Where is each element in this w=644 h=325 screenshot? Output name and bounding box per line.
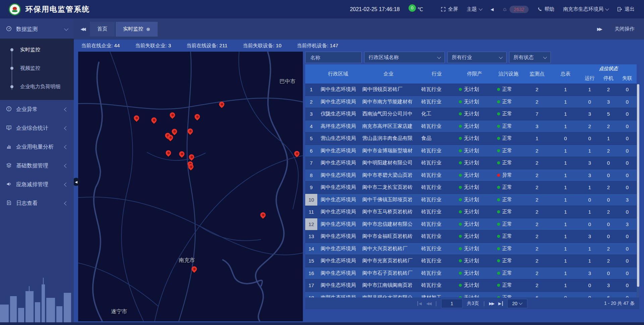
fullscreen-button[interactable]: 全屏 bbox=[441, 6, 458, 12]
help-button[interactable]: 帮助 bbox=[537, 6, 554, 12]
tabs-scroll-left-icon[interactable]: ◀◀ bbox=[80, 26, 85, 32]
page-size-select[interactable]: 20 bbox=[507, 299, 527, 308]
table-row[interactable]: 15阆中生态环境局阆中市光富页岩机砖厂砖瓦行业无计划正常21120 bbox=[305, 255, 637, 267]
chevron-down-icon bbox=[605, 7, 609, 10]
prev-page-button[interactable]: ◀◀ bbox=[426, 301, 431, 306]
stat-value: 3 bbox=[168, 43, 171, 48]
region-filter-select[interactable]: 行政区域名称 bbox=[364, 52, 445, 63]
theme-button[interactable]: 主题 bbox=[467, 6, 482, 12]
sidebar-item-emergency-reduction[interactable]: 应急减排管理 bbox=[0, 175, 74, 194]
cell-district: 南部生态环境局 bbox=[317, 294, 359, 297]
cell-pollution-facility: 正常 bbox=[494, 160, 523, 166]
table-row[interactable]: 13阆中生态环境局阆中市金福旺页岩机砖砖瓦行业无计划正常21300 bbox=[305, 230, 637, 243]
tab-close-icon[interactable]: ⊗ bbox=[146, 26, 150, 32]
table-row[interactable]: 16阆中生态环境局阆中市石子页岩机砖厂砖瓦行业无计划正常21300 bbox=[305, 267, 637, 280]
cell-monitor-points: 2 bbox=[523, 184, 551, 190]
row-number: 7 bbox=[305, 160, 317, 166]
column-header-index bbox=[305, 64, 317, 84]
region-filter-value: 行政区域名称 bbox=[369, 54, 399, 61]
cell-monitor-points: 1 bbox=[523, 136, 551, 141]
row-number: 16 bbox=[305, 270, 317, 276]
sidebar-item-enterprise-abnormal[interactable]: 企业异常 bbox=[0, 100, 74, 119]
cell-stopped: 6 bbox=[599, 295, 618, 297]
filter-bar: 行政区域名称 所有行业 所有状态 bbox=[305, 52, 639, 63]
table-row[interactable]: 14阆中生态环境局阆中大兴页岩机砖厂砖瓦行业无计划正常21120 bbox=[305, 243, 637, 255]
industry-filter-select[interactable]: 所有行业 bbox=[447, 52, 506, 63]
bottom-strip bbox=[0, 322, 644, 325]
row-number: 2 bbox=[305, 99, 317, 105]
table-row[interactable]: 5营山生态环境局营山县润丰肉食品有限食品无计划正常10010 bbox=[305, 132, 637, 145]
sidebar-item-video-monitor[interactable]: 视频监控 bbox=[0, 59, 74, 77]
first-page-button[interactable]: ◀ bbox=[417, 301, 422, 306]
sidebar-item-basic-data-management[interactable]: 基础数据管理 bbox=[0, 156, 74, 175]
org-menu[interactable]: 南充市生态环境局 bbox=[563, 6, 608, 12]
tab-home[interactable]: 首页 bbox=[90, 22, 115, 37]
green-dot-icon bbox=[459, 174, 462, 177]
green-dot-icon bbox=[497, 210, 500, 213]
cell-production-limit: 无计划 bbox=[455, 123, 494, 129]
cell-monitor-points: 2 bbox=[523, 282, 551, 288]
chevron-left-icon bbox=[64, 201, 68, 206]
cell-total-meters: 1 bbox=[551, 148, 580, 154]
cell-monitor-points: 2 bbox=[523, 172, 551, 178]
green-dot-icon bbox=[459, 88, 462, 91]
logout-button[interactable]: 退出 bbox=[617, 6, 635, 12]
cell-disconnected: 0 bbox=[618, 172, 637, 178]
stat-label: 当前失联设备 bbox=[243, 43, 276, 48]
sidebar-item-power-usage-analysis[interactable]: 企业用电量分析 bbox=[0, 138, 74, 156]
table-row[interactable]: 18南部生态环境局南部县砚化水泥有限公建材加工无计划正常60060 bbox=[305, 292, 637, 298]
stat-label: 当前在线企业 bbox=[81, 43, 114, 48]
notifications-button[interactable]: 2632 bbox=[502, 6, 529, 13]
mute-speaker-icon[interactable]: ◀ bbox=[491, 7, 494, 12]
row-number: 1 bbox=[305, 87, 317, 92]
table-row[interactable]: 2阆中生态环境局阆中市南方节能建材有砖瓦行业无计划正常21030 bbox=[305, 96, 637, 108]
cell-district: 阆中生态环境局 bbox=[317, 172, 359, 178]
logout-icon bbox=[617, 7, 622, 12]
cell-stopped: 0 bbox=[599, 221, 618, 227]
cell-district: 阆中生态环境局 bbox=[317, 160, 359, 166]
status-filter-select[interactable]: 所有状态 bbox=[509, 52, 551, 63]
app-logo-icon bbox=[9, 3, 21, 15]
table-row[interactable]: 9阆中生态环境局阆中市二龙长宝页岩砖砖瓦行业无计划正常21120 bbox=[305, 181, 637, 194]
tab-realtime-monitor[interactable]: 实时监控⊗ bbox=[116, 22, 158, 37]
cell-industry: 砖瓦行业 bbox=[418, 172, 455, 178]
scrollbar-thumb[interactable] bbox=[637, 84, 639, 287]
green-dot-icon bbox=[497, 259, 500, 262]
table-row[interactable]: 6阆中生态环境局阆中市金博瑞新型墙材砖瓦行业无计划正常21120 bbox=[305, 145, 637, 157]
last-page-button[interactable]: ▶ bbox=[498, 301, 503, 306]
cell-production-limit: 无计划 bbox=[455, 111, 494, 117]
tabs-scroll-right-icon[interactable]: ▶▶ bbox=[597, 26, 601, 32]
sidebar-item-realtime-monitor[interactable]: 实时监控 bbox=[0, 41, 74, 59]
cell-stopped: 5 bbox=[599, 111, 618, 117]
name-filter-input[interactable] bbox=[310, 54, 357, 61]
cell-district: 阆中生态环境局 bbox=[317, 233, 359, 239]
temperature-value: 0 bbox=[409, 4, 416, 12]
table-row[interactable]: 7阆中生态环境局阆中明阳建材有限公司砖瓦行业无计划正常21300 bbox=[305, 157, 637, 169]
cell-company: 西南油气田分公司川中 bbox=[359, 111, 418, 117]
table-row[interactable]: 12阆中生态环境局阆中市忠信建材有限公砖瓦行业无计划正常21003 bbox=[305, 218, 637, 231]
stat-item: 当前在线设备211 bbox=[186, 43, 227, 49]
next-page-button[interactable]: ▶▶ bbox=[489, 301, 494, 306]
sidebar-item-enterprise-statistics[interactable]: 企业综合统计 bbox=[0, 119, 74, 138]
sidebar-item-data-monitoring[interactable]: 数据监测 bbox=[0, 20, 74, 39]
sidebar-item-log-view[interactable]: 日志查看 bbox=[0, 194, 74, 213]
layers-icon bbox=[6, 162, 12, 169]
table-row[interactable]: 1阆中生态环境局阆中强锐页岩砖厂砖瓦行业无计划正常21120 bbox=[305, 84, 637, 96]
cell-stopped: 0 bbox=[599, 172, 618, 178]
page-number-input[interactable] bbox=[441, 299, 463, 308]
green-dot-icon bbox=[459, 186, 462, 189]
cell-running: 3 bbox=[580, 270, 599, 276]
cell-stopped: 0 bbox=[599, 160, 618, 166]
cell-running: 0 bbox=[580, 197, 599, 203]
cell-disconnected: 0 bbox=[618, 99, 637, 105]
table-row[interactable]: 3仪陇生态环境局西南油气田分公司川中化工无计划正常71350 bbox=[305, 108, 637, 120]
table-row[interactable]: 11阆中生态环境局阆中市五马桥页岩机砖砖瓦行业无计划正常21120 bbox=[305, 206, 637, 218]
cell-industry: 砖瓦行业 bbox=[418, 246, 455, 252]
table-row[interactable]: 10阆中生态环境局阆中千佛镇五郎垭页岩砖瓦行业无计划正常21003 bbox=[305, 194, 637, 206]
table-row[interactable]: 8阆中生态环境局阆中市枣碧大梁山页岩砖瓦行业无计划异常21300 bbox=[305, 169, 637, 182]
table-row[interactable]: 4高坪生态环境局南充市高坪区王家店建砖瓦行业无计划正常31220 bbox=[305, 120, 637, 133]
close-operations-button[interactable]: 关闭操作 bbox=[614, 26, 635, 32]
sidebar-item-enterprise-power-load[interactable]: 企业电力负荷明细 bbox=[0, 77, 74, 96]
table-row[interactable]: 17阆中生态环境局阆中市江南镇阆南页岩砖瓦行业无计划正常21030 bbox=[305, 279, 637, 292]
table-scrollbar[interactable] bbox=[637, 84, 639, 297]
